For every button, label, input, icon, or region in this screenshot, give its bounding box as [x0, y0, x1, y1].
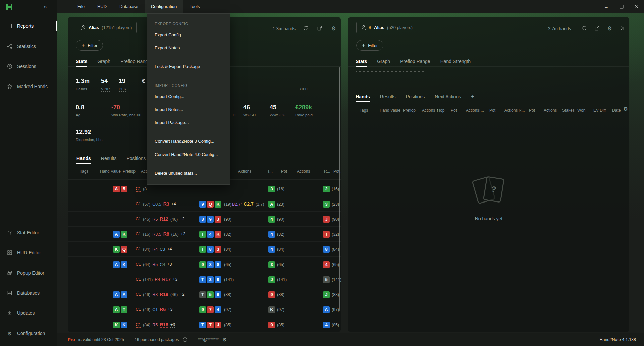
- pot-size: (16): [332, 187, 339, 191]
- popout-button[interactable]: [593, 24, 601, 32]
- sidebar-item-hud-editor[interactable]: HUD Editor: [0, 243, 57, 263]
- column-header-hand-value[interactable]: Hand Value: [100, 169, 121, 174]
- tab-next-actions[interactable]: Next Actions: [435, 92, 461, 102]
- column-header-r[interactable]: R...: [324, 169, 330, 174]
- column-header-preflop[interactable]: Preflop: [123, 169, 136, 174]
- column-header-tags[interactable]: Tags: [80, 169, 88, 174]
- sidebar-item-stat-editor[interactable]: Stat Editor: [0, 223, 57, 243]
- maximize-button[interactable]: [614, 0, 629, 13]
- menu-item-import-config[interactable]: Import Config...: [147, 90, 230, 103]
- action-token: R5: [152, 217, 158, 222]
- sidebar-item-sessions[interactable]: Sessions: [0, 56, 57, 76]
- tab-graph[interactable]: Graph: [377, 56, 390, 66]
- column-header-t[interactable]: T...: [479, 108, 484, 113]
- column-header-actions[interactable]: Actions: [297, 169, 310, 174]
- column-header-pot[interactable]: Pot: [489, 108, 495, 113]
- tab-preflop-range[interactable]: Preflop Range: [400, 56, 430, 66]
- hand-row[interactable]: KQC1(84)R4C3+4T83(84)4(84)8(84): [68, 242, 341, 257]
- tab-hands[interactable]: Hands: [356, 92, 370, 102]
- tab-positions[interactable]: Positions: [406, 92, 425, 102]
- menu-item-export-notes[interactable]: Export Notes...: [147, 41, 230, 54]
- hand-row[interactable]: C1(57)C0.5R3+49QK(19)B2.7'C2.7(2.7)A(23)…: [68, 196, 341, 212]
- purchased-packages-link[interactable]: 16 purchased packages: [135, 337, 179, 342]
- column-header-actions[interactable]: Actions: [466, 108, 479, 113]
- tab-hands[interactable]: Hands: [76, 153, 91, 163]
- column-header-flop[interactable]: Flop: [437, 108, 444, 113]
- menu-file[interactable]: File: [71, 0, 91, 13]
- filter-button[interactable]: + Filter: [76, 40, 103, 51]
- column-header-actions[interactable]: Actions: [238, 169, 251, 174]
- sidebar-item-reports[interactable]: Reports: [0, 16, 57, 36]
- hand-row[interactable]: C1(46)R5R12(46)+239J(90)4(90)J(90): [68, 212, 341, 227]
- tab-hand-strength[interactable]: Hand Strength: [440, 56, 471, 66]
- close-button[interactable]: [619, 24, 626, 32]
- scrollbar[interactable]: [339, 67, 340, 311]
- column-header-pot[interactable]: Pot: [281, 169, 287, 174]
- tab-positions[interactable]: Positions: [126, 153, 146, 163]
- minimize-button[interactable]: –: [599, 0, 614, 13]
- sidebar-item-statistics[interactable]: Statistics: [0, 36, 57, 56]
- stat-pfr[interactable]: 19PFR: [119, 77, 126, 92]
- column-header-stakes[interactable]: Stakes: [562, 108, 575, 113]
- hand-row[interactable]: AAC1(46)R8R19(46)+2T56(88)9(88)J(88): [68, 287, 341, 302]
- refresh-button[interactable]: [302, 24, 309, 32]
- column-header-ev-diff[interactable]: EV Diff: [593, 108, 606, 113]
- gear-button[interactable]: ⚙: [606, 24, 613, 32]
- menu-item-convert-hand2note-3-config[interactable]: Convert Hand2Note 3 Config...: [147, 135, 230, 148]
- sidebar-item-updates[interactable]: Updates: [0, 303, 57, 323]
- tab-stats[interactable]: Stats: [356, 56, 367, 66]
- sidebar-item-databases[interactable]: Databases: [0, 283, 57, 303]
- column-header-hand-value[interactable]: Hand Value: [380, 108, 400, 113]
- column-header-t[interactable]: T...: [267, 169, 273, 174]
- column-header-pot[interactable]: Pot...: [333, 169, 341, 174]
- marked-hands-icon: [7, 84, 12, 89]
- action-token: B2.7': [232, 201, 241, 207]
- sidebar-item-configuration[interactable]: ⚙Configuration: [0, 323, 57, 343]
- tab-stats[interactable]: Stats: [76, 56, 87, 66]
- menu-hud[interactable]: HUD: [91, 0, 113, 13]
- hand-row[interactable]: AKC1(64)R5C4+3988(65)3(65)4(65): [68, 257, 341, 272]
- sidebar-item-popup-editor[interactable]: Popup Editor: [0, 263, 57, 283]
- hand-row[interactable]: KKC1(84)R5R18+3TTJ(85)9(85)4(85): [68, 317, 341, 332]
- filter-button[interactable]: + Filter: [356, 40, 383, 51]
- stat-vpip[interactable]: 54VPIP: [101, 77, 110, 92]
- column-header-pot[interactable]: Pot: [529, 108, 535, 113]
- column-header-won[interactable]: Won: [577, 108, 585, 113]
- column-header-actions[interactable]: Actions: [504, 108, 518, 113]
- player-alias-chip[interactable]: Alias (12151 players): [76, 22, 137, 33]
- columns-settings-button[interactable]: ⚙: [622, 105, 629, 112]
- stat-w-sd: 46W%SD: [243, 104, 256, 117]
- column-header-tags[interactable]: Tags: [360, 108, 368, 113]
- hand-row[interactable]: C1(141)R4R17+3T39(141)J(141)5(141): [68, 272, 341, 287]
- menu-item-export-config[interactable]: Export Config...: [147, 28, 230, 41]
- tab-results[interactable]: Results: [380, 92, 396, 102]
- column-header-pot[interactable]: Pot: [451, 108, 457, 113]
- menu-item-lock-export-package[interactable]: Lock & Export Package: [147, 60, 230, 73]
- close-window-button[interactable]: [629, 0, 644, 13]
- hand-row[interactable]: ATC1(49)C1R6+3974(97)K(97)A(97): [68, 302, 341, 317]
- turn-card: 9(85): [268, 317, 284, 332]
- add-tab-button[interactable]: +: [471, 92, 474, 102]
- menu-item-import-notes[interactable]: Import Notes...: [147, 103, 230, 116]
- sidebar-item-marked-hands[interactable]: Marked Hands: [0, 76, 57, 97]
- tab-graph[interactable]: Graph: [97, 56, 110, 66]
- menu-database[interactable]: Database: [113, 0, 145, 13]
- tab-preflop-range[interactable]: Preflop Range: [120, 56, 151, 66]
- menu-tools[interactable]: Tools: [183, 0, 206, 13]
- column-header-date[interactable]: Date: [612, 108, 621, 113]
- menu-item-import-package[interactable]: Import Package...: [147, 116, 230, 129]
- menu-item-convert-hand2note-4-0-config[interactable]: Convert Hand2Note 4.0 Config...: [147, 148, 230, 161]
- column-header-r[interactable]: R...: [519, 108, 525, 113]
- column-header-preflop[interactable]: Preflop: [403, 108, 416, 113]
- refresh-button[interactable]: [581, 24, 588, 32]
- menu-divider: [147, 164, 230, 164]
- column-header-actions[interactable]: Actions: [544, 108, 557, 113]
- collapse-sidebar-button[interactable]: «: [44, 3, 47, 10]
- tab-results[interactable]: Results: [101, 153, 117, 163]
- popout-button[interactable]: [316, 24, 323, 32]
- player-alias-chip[interactable]: Alias (520 players): [356, 22, 417, 33]
- menu-configuration[interactable]: Configuration: [145, 0, 183, 13]
- menu-item-delete-unused-stats[interactable]: Delete unused stats...: [147, 167, 230, 180]
- hand-row[interactable]: AKC1(16)R3.5R8(16)+2T4K(32)4(32)T(32): [68, 227, 341, 242]
- gear-button[interactable]: ⚙: [330, 24, 337, 32]
